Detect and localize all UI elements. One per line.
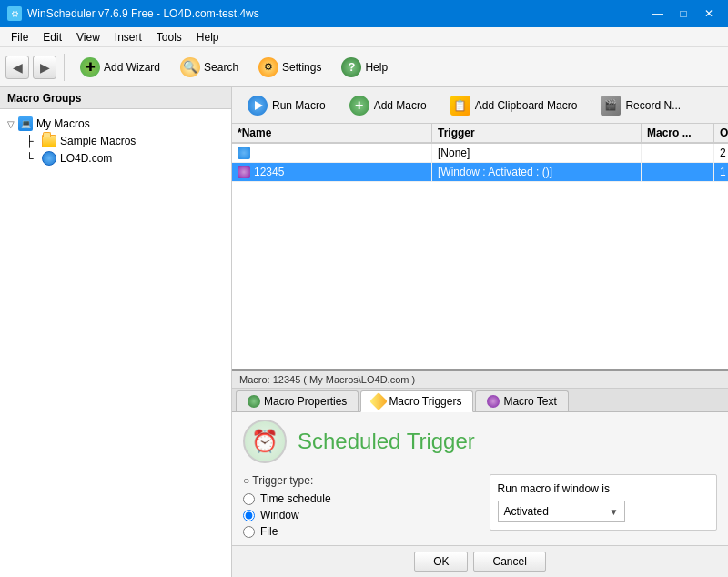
tree-item-sample-macros[interactable]: ├ Sample Macros	[22, 133, 228, 149]
record-button[interactable]: 🎬 Record N...	[591, 92, 691, 119]
dropdown-value: Activated	[504, 505, 549, 518]
radio-time-input[interactable]	[243, 493, 255, 505]
globe-icon	[42, 151, 56, 166]
help-label: Help	[365, 61, 388, 74]
play-triangle-icon	[255, 101, 263, 110]
menu-tools[interactable]: Tools	[149, 29, 189, 46]
tabs-bar: Macro Properties Macro Triggers Macro Te…	[232, 389, 728, 412]
add-macro-button[interactable]: + Add Macro	[339, 92, 437, 119]
tab-label-properties: Macro Properties	[264, 395, 347, 408]
add-wizard-label: Add Wizard	[104, 61, 160, 74]
maximize-button[interactable]: □	[672, 5, 695, 23]
title-bar-text: WinScheduler v7.6.9 Free - LO4D.com-test…	[27, 7, 259, 20]
tab-label-text: Macro Text	[503, 395, 556, 408]
macro-table: *Name Trigger Macro ... Order [None] 2 1…	[232, 124, 728, 369]
run-macro-icon	[248, 96, 268, 116]
run-macro-label: Run Macro	[272, 99, 326, 112]
tree-children: ├ Sample Macros └ LO4D.com	[4, 133, 228, 167]
settings-button[interactable]: ⚙ Settings	[250, 54, 329, 81]
th-trigger: Trigger	[432, 124, 642, 142]
minimize-button[interactable]: —	[646, 5, 670, 23]
activated-dropdown[interactable]: Activated ▼	[498, 501, 625, 522]
computer-icon: 💻	[18, 116, 33, 131]
window-condition-box: Run macro if window is Activated ▼	[490, 474, 718, 531]
action-toolbar: Run Macro + Add Macro 📋 Add Clipboard Ma…	[232, 87, 728, 124]
tree-line-icon-2: └	[25, 152, 38, 165]
ok-button[interactable]: OK	[414, 552, 468, 572]
settings-icon: ⚙	[258, 57, 278, 77]
trigger-type-label: ○ Trigger type:	[243, 474, 471, 487]
radio-file-input[interactable]	[243, 526, 255, 538]
tab-label-triggers: Macro Triggers	[389, 395, 461, 408]
add-clipboard-button[interactable]: 📋 Add Clipboard Macro	[440, 92, 588, 119]
tree-label-lo4d: LO4D.com	[60, 152, 112, 165]
th-order: Order	[714, 124, 728, 142]
window-condition-label: Run macro if window is	[498, 482, 710, 495]
add-wizard-button[interactable]: ✚ Add Wizard	[72, 54, 168, 81]
tree-expand-icon: ▽	[7, 119, 15, 129]
tree-item-my-macros[interactable]: ▽ 💻 My Macros	[4, 115, 228, 133]
add-macro-icon: +	[349, 96, 369, 116]
toolbar-separator-1	[64, 54, 65, 81]
cancel-button[interactable]: Cancel	[473, 552, 545, 572]
main-toolbar: ◀ ▶ ✚ Add Wizard 🔍 Search ⚙ Settings ? H…	[0, 47, 728, 87]
tab-icon-triggers	[369, 392, 388, 410]
close-button[interactable]: ✕	[697, 5, 721, 23]
tree-item-lo4d[interactable]: └ LO4D.com	[22, 149, 228, 167]
trigger-form: ○ Trigger type: Time schedule Window	[243, 474, 717, 538]
radio-file[interactable]: File	[243, 525, 471, 538]
tree-line-icon: ├	[25, 135, 38, 147]
trigger-title: Scheduled Trigger	[298, 429, 475, 454]
forward-button[interactable]: ▶	[33, 56, 56, 79]
radio-window-input[interactable]	[243, 510, 255, 521]
tab-icon-text	[487, 395, 500, 408]
trigger-icon: ⏰	[243, 420, 287, 463]
trigger-right: Run macro if window is Activated ▼	[490, 474, 718, 538]
help-button[interactable]: ? Help	[333, 54, 396, 81]
add-clipboard-label: Add Clipboard Macro	[475, 99, 578, 112]
td-trigger-1: [None]	[432, 144, 642, 162]
trigger-header: ⏰ Scheduled Trigger	[243, 420, 717, 463]
back-button[interactable]: ◀	[5, 56, 29, 79]
row-name-2: 12345	[254, 166, 284, 178]
title-bar: ⚙ WinScheduler v7.6.9 Free - LO4D.com-te…	[0, 0, 728, 27]
add-wizard-icon: ✚	[80, 57, 100, 77]
th-macro: Macro ...	[642, 124, 714, 142]
add-macro-label: Add Macro	[374, 99, 427, 112]
record-label: Record N...	[625, 99, 681, 112]
tab-macro-properties[interactable]: Macro Properties	[236, 390, 359, 411]
menu-view[interactable]: View	[69, 29, 107, 46]
tab-content-triggers: ⏰ Scheduled Trigger ○ Trigger type: Time…	[232, 412, 728, 545]
td-macro-1	[642, 144, 714, 162]
tab-icon-properties	[248, 395, 260, 408]
table-row-2[interactable]: 12345 [Window : Activated : ()] 1	[232, 163, 728, 182]
tab-macro-triggers[interactable]: Macro Triggers	[360, 390, 473, 412]
radio-time-schedule[interactable]: Time schedule	[243, 492, 471, 505]
td-trigger-2: [Window : Activated : ()]	[432, 163, 642, 181]
radio-group: Time schedule Window File	[243, 492, 471, 538]
dialog-buttons: OK Cancel	[232, 545, 728, 577]
menu-insert[interactable]: Insert	[107, 29, 149, 46]
clipboard-icon: 📋	[450, 96, 470, 116]
sidebar-header: Macro Groups	[0, 87, 231, 109]
tree-node-root: ▽ 💻 My Macros ├ Sample Macros └ LO4D.com	[4, 113, 228, 169]
radio-time-label: Time schedule	[260, 492, 331, 505]
tab-macro-text[interactable]: Macro Text	[475, 390, 568, 411]
title-bar-controls[interactable]: — □ ✕	[646, 5, 721, 23]
trigger-clock-icon: ⏰	[251, 429, 278, 454]
radio-window[interactable]: Window	[243, 509, 471, 521]
table-row-1[interactable]: [None] 2	[232, 144, 728, 163]
menu-edit[interactable]: Edit	[35, 29, 69, 46]
bottom-header: Macro: 12345 ( My Macros\LO4D.com )	[232, 371, 728, 389]
search-button[interactable]: 🔍 Search	[172, 54, 247, 81]
menu-file[interactable]: File	[4, 29, 35, 46]
search-label: Search	[204, 61, 238, 74]
td-order-2: 1	[714, 163, 728, 181]
run-macro-button[interactable]: Run Macro	[238, 92, 336, 119]
radio-window-label: Window	[260, 509, 299, 521]
menu-help[interactable]: Help	[189, 29, 227, 46]
td-name-2: 12345	[232, 163, 432, 181]
settings-label: Settings	[282, 61, 321, 74]
title-bar-left: ⚙ WinScheduler v7.6.9 Free - LO4D.com-te…	[7, 6, 259, 21]
radio-file-label: File	[260, 525, 278, 538]
